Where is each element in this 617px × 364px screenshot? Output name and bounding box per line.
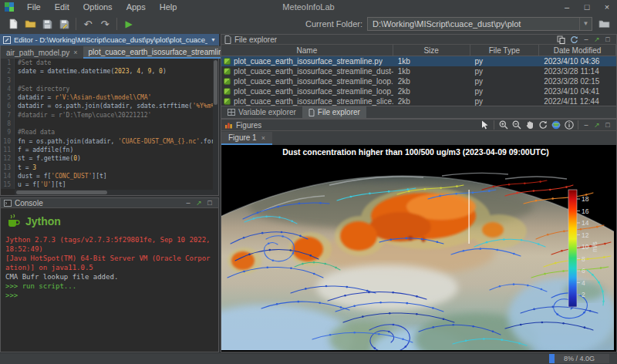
editor-title-bar[interactable]: Editor - D:\Working\MIScript\cuace_dust\… [0, 34, 219, 46]
left-column: Editor - D:\Working\MIScript\cuace_dust\… [0, 34, 221, 352]
tab-air-path-model[interactable]: air_path_model.py × [1, 46, 83, 59]
code-line[interactable]: 6datadir = os.path.join(datadir, sdate.s… [1, 102, 218, 110]
figure-canvas[interactable]: 18161412108642 m/s Dust concentration hi… [221, 145, 617, 352]
console-output[interactable]: Jython Jython 2.7.3 (tags/v2.7.3:5f29801… [0, 208, 219, 352]
close-tab-icon[interactable]: × [73, 49, 77, 56]
code-line[interactable]: 4#Set directory [1, 85, 218, 93]
code-line[interactable]: 2sdate = datetime.datetime(2023, 4, 9, 0… [1, 67, 218, 76]
console-line: >>> [5, 291, 214, 300]
line-number: 6 [1, 102, 15, 110]
minimize-panel-icon[interactable]: – [183, 198, 194, 208]
tab-figure-1[interactable]: Figure 1 × [221, 132, 272, 145]
menu-apps[interactable]: Apps [120, 2, 153, 12]
tab-variable-explorer[interactable]: Variable explorer [221, 106, 302, 118]
minimize-panel-icon[interactable]: – [581, 120, 592, 130]
zoom-out-button[interactable] [510, 120, 523, 130]
copy-path-button[interactable] [555, 34, 568, 45]
current-folder-combo[interactable]: D:\Working\MIScript\cuace_dust\py\plot ▼ [367, 17, 592, 31]
editor-icon [3, 36, 11, 44]
undo-button[interactable]: ↶ [79, 16, 96, 32]
location-marker-line [469, 190, 470, 244]
minimize-panel-icon[interactable]: – [581, 35, 592, 45]
menu-file[interactable]: File [20, 2, 48, 12]
open-file-button[interactable] [22, 16, 39, 32]
console-line: >>> run script... [5, 281, 214, 291]
zoom-out-icon [512, 120, 521, 130]
rotate-tool-button[interactable] [536, 120, 549, 130]
new-file-button[interactable] [5, 16, 22, 32]
chevron-down-icon[interactable]: ▼ [579, 18, 592, 30]
code-line[interactable]: 15u = f['U'][t] [1, 180, 218, 189]
current-folder-value: D:\Working\MIScript\cuace_dust\py\plot [368, 19, 579, 29]
file-row[interactable]: plot_cuace_earth_isosurface_streamline_l… [221, 86, 616, 96]
editor-horizontal-scrollbar[interactable] [15, 190, 213, 195]
code-line[interactable]: 1#Set date [1, 59, 218, 67]
column-header-name[interactable]: Name [221, 45, 393, 56]
line-number: 2 [1, 67, 15, 76]
toolbar-separator [116, 18, 117, 30]
pan-tool-button[interactable] [523, 120, 536, 130]
memory-usage-fill [549, 354, 555, 363]
refresh-button[interactable] [568, 34, 581, 45]
figures-title-bar: Figures [221, 119, 617, 131]
file-row[interactable]: plot_cuace_earth_isosurface_streamline_s… [221, 96, 616, 106]
code-line[interactable]: 7#datadir = r'D:\Temp\cuace\20221212' [1, 111, 218, 120]
maximize-panel-icon[interactable]: □ [602, 120, 613, 130]
code-line[interactable]: 3 [1, 76, 218, 85]
window-minimize-icon[interactable]: – [557, 0, 577, 14]
chevron-down-icon[interactable]: ▼ [211, 37, 216, 42]
code-line[interactable]: 8 [1, 120, 218, 128]
new-file-icon [8, 19, 19, 29]
python-file-icon [224, 68, 231, 75]
info-button[interactable] [562, 120, 575, 130]
float-panel-icon[interactable]: ↗ [592, 35, 602, 45]
file-row[interactable]: plot_cuace_earth_isosurface_streamline.p… [221, 56, 616, 66]
code-line[interactable]: 13t = 3 [1, 163, 218, 172]
run-script-button[interactable]: ▶ [120, 16, 137, 32]
code-line[interactable]: 11f = addfile(fn) [1, 146, 218, 154]
close-tab-icon[interactable]: × [261, 134, 265, 142]
float-panel-icon[interactable]: ↗ [592, 120, 602, 130]
svg-text:8: 8 [582, 255, 585, 263]
tab-file-explorer[interactable]: File explorer [302, 106, 366, 118]
select-tool-button[interactable] [478, 120, 491, 130]
menu-edit[interactable]: Edit [48, 2, 76, 12]
window-close-icon[interactable]: × [597, 0, 617, 14]
redo-button[interactable]: ↷ [96, 16, 113, 32]
right-column: File explorer – ↗ [221, 34, 617, 352]
tab-label: air_path_model.py [6, 49, 69, 57]
code-line[interactable]: 5datadir = r'V:\Asian-dust\model\CMA' [1, 93, 218, 102]
line-number: 12 [1, 154, 15, 163]
line-number: 13 [1, 163, 15, 172]
python-file-icon [224, 98, 231, 105]
console-line: [Java HotSpot(TM) 64-Bit Server VM (Orac… [5, 254, 214, 272]
menu-help[interactable]: Help [153, 2, 184, 12]
code-line[interactable]: 9#Read data [1, 128, 218, 136]
column-header-size[interactable]: Size [393, 45, 470, 56]
globe-view-button[interactable] [549, 120, 562, 130]
line-number: 3 [1, 76, 15, 85]
toolbar-separator [76, 18, 76, 30]
line-number: 9 [1, 128, 15, 136]
column-header-date-modified[interactable]: Date Modified [539, 45, 616, 56]
zoom-in-button[interactable] [497, 120, 510, 130]
code-editor[interactable]: 1#Set date2sdate = datetime.datetime(202… [0, 59, 219, 196]
memory-usage-indicator[interactable]: 8% / 4.0G [549, 354, 609, 363]
file-row[interactable]: plot_cuace_earth_isosurface_streamline_l… [221, 76, 616, 86]
menu-options[interactable]: Options [76, 2, 120, 12]
code-line[interactable]: 12st = f.gettime(0) [1, 154, 218, 163]
float-panel-icon[interactable]: ↗ [194, 198, 204, 208]
file-row[interactable]: plot_cuace_earth_isosurface_streamline_d… [221, 66, 616, 76]
browse-folder-button[interactable] [595, 17, 612, 31]
editor-panel: Editor - D:\Working\MIScript\cuace_dust\… [0, 34, 219, 197]
maximize-panel-icon[interactable]: □ [204, 198, 215, 208]
editor-vertical-scrollbar[interactable] [213, 59, 218, 195]
save-button[interactable] [39, 16, 56, 32]
column-header-file-type[interactable]: File Type [470, 45, 540, 56]
maximize-panel-icon[interactable]: □ [602, 35, 613, 45]
window-maximize-icon[interactable]: □ [577, 0, 597, 14]
line-number: 14 [1, 172, 15, 180]
code-line[interactable]: 10fn = os.path.join(datadir, 'CUACE-DUST… [1, 137, 218, 146]
save-as-button[interactable] [56, 16, 72, 32]
code-line[interactable]: 14dust = f['CONC_DUST'][t] [1, 172, 218, 180]
